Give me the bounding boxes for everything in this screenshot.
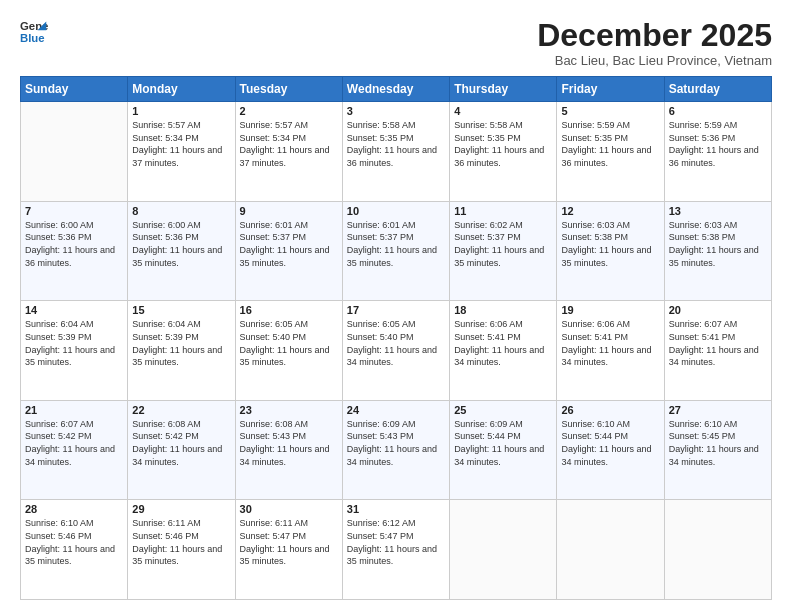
- weekday-tuesday: Tuesday: [235, 77, 342, 102]
- week-row-5: 28Sunrise: 6:10 AMSunset: 5:46 PMDayligh…: [21, 500, 772, 600]
- cell-info: Sunrise: 5:58 AMSunset: 5:35 PMDaylight:…: [454, 120, 544, 168]
- svg-text:Blue: Blue: [20, 32, 45, 44]
- day-number: 25: [454, 404, 552, 416]
- calendar-cell: [21, 102, 128, 202]
- day-number: 23: [240, 404, 338, 416]
- calendar-cell: 27Sunrise: 6:10 AMSunset: 5:45 PMDayligh…: [664, 400, 771, 500]
- week-row-2: 7Sunrise: 6:00 AMSunset: 5:36 PMDaylight…: [21, 201, 772, 301]
- calendar-cell: 29Sunrise: 6:11 AMSunset: 5:46 PMDayligh…: [128, 500, 235, 600]
- calendar-cell: 2Sunrise: 5:57 AMSunset: 5:34 PMDaylight…: [235, 102, 342, 202]
- day-number: 21: [25, 404, 123, 416]
- calendar-table: SundayMondayTuesdayWednesdayThursdayFrid…: [20, 76, 772, 600]
- weekday-monday: Monday: [128, 77, 235, 102]
- calendar-cell: 10Sunrise: 6:01 AMSunset: 5:37 PMDayligh…: [342, 201, 449, 301]
- day-number: 29: [132, 503, 230, 515]
- weekday-sunday: Sunday: [21, 77, 128, 102]
- title-block: December 2025 Bac Lieu, Bac Lieu Provinc…: [537, 18, 772, 68]
- calendar-cell: 4Sunrise: 5:58 AMSunset: 5:35 PMDaylight…: [450, 102, 557, 202]
- day-number: 3: [347, 105, 445, 117]
- calendar-cell: 12Sunrise: 6:03 AMSunset: 5:38 PMDayligh…: [557, 201, 664, 301]
- cell-info: Sunrise: 5:59 AMSunset: 5:35 PMDaylight:…: [561, 120, 651, 168]
- day-number: 22: [132, 404, 230, 416]
- calendar-cell: 7Sunrise: 6:00 AMSunset: 5:36 PMDaylight…: [21, 201, 128, 301]
- calendar-cell: 13Sunrise: 6:03 AMSunset: 5:38 PMDayligh…: [664, 201, 771, 301]
- calendar-cell: 19Sunrise: 6:06 AMSunset: 5:41 PMDayligh…: [557, 301, 664, 401]
- weekday-header-row: SundayMondayTuesdayWednesdayThursdayFrid…: [21, 77, 772, 102]
- weekday-thursday: Thursday: [450, 77, 557, 102]
- calendar-cell: 8Sunrise: 6:00 AMSunset: 5:36 PMDaylight…: [128, 201, 235, 301]
- calendar-body: 1Sunrise: 5:57 AMSunset: 5:34 PMDaylight…: [21, 102, 772, 600]
- calendar-cell: 18Sunrise: 6:06 AMSunset: 5:41 PMDayligh…: [450, 301, 557, 401]
- calendar-cell: 1Sunrise: 5:57 AMSunset: 5:34 PMDaylight…: [128, 102, 235, 202]
- day-number: 14: [25, 304, 123, 316]
- day-number: 30: [240, 503, 338, 515]
- calendar-cell: 25Sunrise: 6:09 AMSunset: 5:44 PMDayligh…: [450, 400, 557, 500]
- calendar-cell: 9Sunrise: 6:01 AMSunset: 5:37 PMDaylight…: [235, 201, 342, 301]
- cell-info: Sunrise: 6:11 AMSunset: 5:47 PMDaylight:…: [240, 518, 330, 566]
- calendar-cell: 24Sunrise: 6:09 AMSunset: 5:43 PMDayligh…: [342, 400, 449, 500]
- cell-info: Sunrise: 6:00 AMSunset: 5:36 PMDaylight:…: [25, 220, 115, 268]
- cell-info: Sunrise: 6:05 AMSunset: 5:40 PMDaylight:…: [347, 319, 437, 367]
- calendar-cell: 3Sunrise: 5:58 AMSunset: 5:35 PMDaylight…: [342, 102, 449, 202]
- cell-info: Sunrise: 6:02 AMSunset: 5:37 PMDaylight:…: [454, 220, 544, 268]
- cell-info: Sunrise: 6:10 AMSunset: 5:45 PMDaylight:…: [669, 419, 759, 467]
- day-number: 13: [669, 205, 767, 217]
- calendar-cell: 16Sunrise: 6:05 AMSunset: 5:40 PMDayligh…: [235, 301, 342, 401]
- cell-info: Sunrise: 6:01 AMSunset: 5:37 PMDaylight:…: [347, 220, 437, 268]
- calendar-cell: 20Sunrise: 6:07 AMSunset: 5:41 PMDayligh…: [664, 301, 771, 401]
- logo: General Blue: [20, 18, 48, 46]
- day-number: 26: [561, 404, 659, 416]
- calendar-cell: 22Sunrise: 6:08 AMSunset: 5:42 PMDayligh…: [128, 400, 235, 500]
- cell-info: Sunrise: 6:09 AMSunset: 5:44 PMDaylight:…: [454, 419, 544, 467]
- calendar-cell: 11Sunrise: 6:02 AMSunset: 5:37 PMDayligh…: [450, 201, 557, 301]
- month-title: December 2025: [537, 18, 772, 53]
- location: Bac Lieu, Bac Lieu Province, Vietnam: [537, 53, 772, 68]
- cell-info: Sunrise: 6:07 AMSunset: 5:41 PMDaylight:…: [669, 319, 759, 367]
- weekday-saturday: Saturday: [664, 77, 771, 102]
- day-number: 27: [669, 404, 767, 416]
- calendar-cell: 26Sunrise: 6:10 AMSunset: 5:44 PMDayligh…: [557, 400, 664, 500]
- day-number: 24: [347, 404, 445, 416]
- calendar-cell: 17Sunrise: 6:05 AMSunset: 5:40 PMDayligh…: [342, 301, 449, 401]
- cell-info: Sunrise: 6:07 AMSunset: 5:42 PMDaylight:…: [25, 419, 115, 467]
- calendar-cell: 6Sunrise: 5:59 AMSunset: 5:36 PMDaylight…: [664, 102, 771, 202]
- cell-info: Sunrise: 6:10 AMSunset: 5:44 PMDaylight:…: [561, 419, 651, 467]
- cell-info: Sunrise: 6:08 AMSunset: 5:43 PMDaylight:…: [240, 419, 330, 467]
- weekday-wednesday: Wednesday: [342, 77, 449, 102]
- cell-info: Sunrise: 5:57 AMSunset: 5:34 PMDaylight:…: [240, 120, 330, 168]
- page: General Blue December 2025 Bac Lieu, Bac…: [0, 0, 792, 612]
- cell-info: Sunrise: 6:10 AMSunset: 5:46 PMDaylight:…: [25, 518, 115, 566]
- calendar-cell: 15Sunrise: 6:04 AMSunset: 5:39 PMDayligh…: [128, 301, 235, 401]
- calendar-cell: 31Sunrise: 6:12 AMSunset: 5:47 PMDayligh…: [342, 500, 449, 600]
- cell-info: Sunrise: 6:05 AMSunset: 5:40 PMDaylight:…: [240, 319, 330, 367]
- cell-info: Sunrise: 6:00 AMSunset: 5:36 PMDaylight:…: [132, 220, 222, 268]
- calendar-cell: 5Sunrise: 5:59 AMSunset: 5:35 PMDaylight…: [557, 102, 664, 202]
- day-number: 11: [454, 205, 552, 217]
- day-number: 1: [132, 105, 230, 117]
- calendar-cell: [664, 500, 771, 600]
- day-number: 18: [454, 304, 552, 316]
- day-number: 17: [347, 304, 445, 316]
- cell-info: Sunrise: 6:11 AMSunset: 5:46 PMDaylight:…: [132, 518, 222, 566]
- day-number: 7: [25, 205, 123, 217]
- day-number: 4: [454, 105, 552, 117]
- calendar-cell: 14Sunrise: 6:04 AMSunset: 5:39 PMDayligh…: [21, 301, 128, 401]
- day-number: 20: [669, 304, 767, 316]
- calendar-cell: 21Sunrise: 6:07 AMSunset: 5:42 PMDayligh…: [21, 400, 128, 500]
- cell-info: Sunrise: 6:08 AMSunset: 5:42 PMDaylight:…: [132, 419, 222, 467]
- weekday-friday: Friday: [557, 77, 664, 102]
- cell-info: Sunrise: 6:03 AMSunset: 5:38 PMDaylight:…: [669, 220, 759, 268]
- cell-info: Sunrise: 6:04 AMSunset: 5:39 PMDaylight:…: [132, 319, 222, 367]
- day-number: 31: [347, 503, 445, 515]
- day-number: 8: [132, 205, 230, 217]
- day-number: 5: [561, 105, 659, 117]
- calendar-cell: 23Sunrise: 6:08 AMSunset: 5:43 PMDayligh…: [235, 400, 342, 500]
- cell-info: Sunrise: 6:01 AMSunset: 5:37 PMDaylight:…: [240, 220, 330, 268]
- cell-info: Sunrise: 6:03 AMSunset: 5:38 PMDaylight:…: [561, 220, 651, 268]
- calendar-cell: [557, 500, 664, 600]
- calendar-cell: 28Sunrise: 6:10 AMSunset: 5:46 PMDayligh…: [21, 500, 128, 600]
- day-number: 6: [669, 105, 767, 117]
- calendar-cell: [450, 500, 557, 600]
- day-number: 19: [561, 304, 659, 316]
- cell-info: Sunrise: 6:06 AMSunset: 5:41 PMDaylight:…: [454, 319, 544, 367]
